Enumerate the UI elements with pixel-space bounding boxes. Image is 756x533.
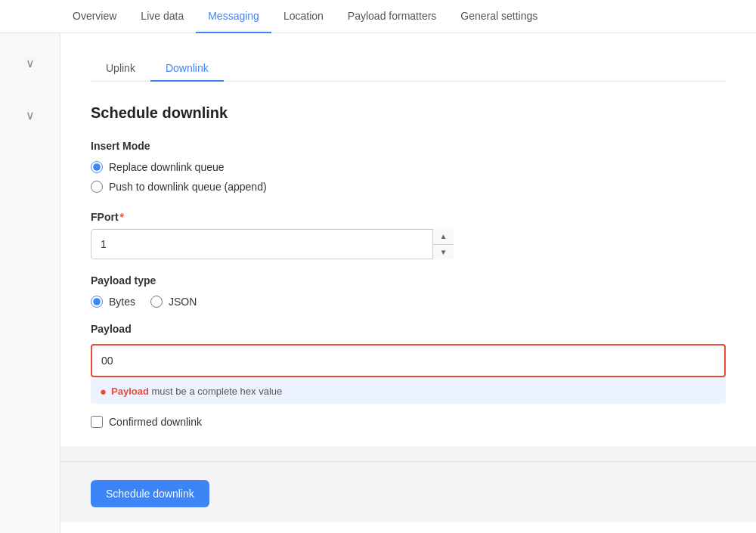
sidebar: ∨ ∨ (0, 33, 60, 533)
confirmed-downlink-label: Confirmed downlink (109, 416, 202, 428)
main-layout: ∨ ∨ Uplink Downlink Schedule downlink In… (0, 33, 756, 533)
fport-input[interactable] (91, 229, 454, 259)
nav-messaging[interactable]: Messaging (196, 0, 271, 33)
bottom-section: Schedule downlink (60, 446, 756, 522)
radio-push[interactable]: Push to downlink queue (append) (91, 181, 726, 193)
radio-json-input[interactable] (150, 296, 163, 308)
required-star: * (120, 211, 124, 223)
spinner-up[interactable]: ▲ (433, 229, 454, 245)
fport-label: FPort* (91, 211, 726, 223)
radio-replace-input[interactable] (91, 161, 103, 173)
payload-section: Payload ● Payload must be a complete hex… (91, 323, 726, 404)
spinner-down[interactable]: ▼ (433, 245, 454, 260)
chevron-icon-1[interactable]: ∨ (26, 56, 35, 70)
radio-replace[interactable]: Replace downlink queue (91, 161, 726, 173)
tab-uplink[interactable]: Uplink (91, 56, 150, 82)
payload-label: Payload (91, 323, 726, 335)
payload-type-group: Bytes JSON (91, 296, 726, 308)
error-icon: ● (100, 385, 107, 398)
error-prefix: Payload (111, 386, 149, 397)
fport-input-wrapper: ▲ ▼ (91, 229, 454, 259)
divider (60, 461, 756, 462)
radio-json-label: JSON (169, 296, 197, 308)
fport-section: FPort* ▲ ▼ (91, 211, 726, 259)
sub-tabs: Uplink Downlink (91, 56, 726, 82)
payload-input[interactable] (91, 344, 726, 377)
radio-json[interactable]: JSON (150, 296, 197, 308)
radio-bytes-label: Bytes (109, 296, 135, 308)
payload-type-section: Payload type Bytes JSON (91, 274, 726, 308)
radio-replace-label: Replace downlink queue (109, 161, 225, 173)
nav-payload-formatters[interactable]: Payload formatters (336, 0, 449, 33)
content-area: Uplink Downlink Schedule downlink Insert… (60, 33, 756, 533)
tab-downlink[interactable]: Downlink (150, 56, 224, 82)
nav-overview[interactable]: Overview (60, 0, 129, 33)
nav-general-settings[interactable]: General settings (448, 0, 550, 33)
radio-push-input[interactable] (91, 181, 103, 193)
error-text: Payload must be a complete hex value (111, 386, 282, 397)
spinner-buttons: ▲ ▼ (432, 229, 454, 259)
top-nav: Overview Live data Messaging Location Pa… (0, 0, 756, 33)
chevron-icon-2[interactable]: ∨ (26, 108, 35, 122)
nav-location[interactable]: Location (271, 0, 336, 33)
insert-mode-label: Insert Mode (91, 140, 726, 152)
schedule-downlink-button[interactable]: Schedule downlink (91, 480, 209, 507)
section-heading: Schedule downlink (91, 104, 726, 122)
confirmed-downlink-checkbox[interactable] (91, 416, 103, 428)
error-suffix: must be a complete hex value (149, 386, 282, 397)
error-message: ● Payload must be a complete hex value (91, 379, 726, 404)
nav-live-data[interactable]: Live data (129, 0, 196, 33)
radio-bytes[interactable]: Bytes (91, 296, 135, 308)
payload-type-label: Payload type (91, 274, 726, 287)
radio-bytes-input[interactable] (91, 296, 103, 308)
confirmed-downlink-row: Confirmed downlink (91, 416, 726, 428)
insert-mode-group: Replace downlink queue Push to downlink … (91, 161, 726, 193)
radio-push-label: Push to downlink queue (append) (109, 181, 267, 193)
